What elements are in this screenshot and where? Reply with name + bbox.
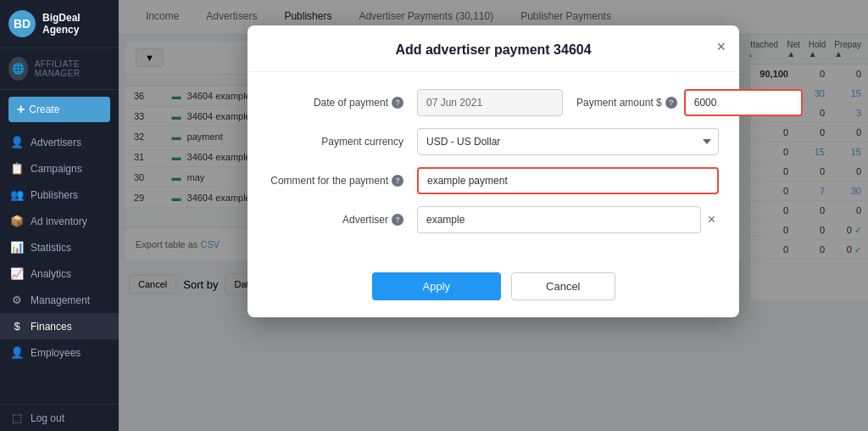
advertiser-input[interactable]: [417, 206, 701, 233]
logout-label: Log out: [31, 412, 64, 424]
sidebar: BD BigDealAgency 🌐 AFFILIATE MANAGER Cre…: [0, 0, 119, 431]
sidebar-item-label: Publishers: [31, 189, 78, 201]
campaigns-icon: 📋: [10, 162, 24, 175]
publishers-icon: 👥: [10, 188, 24, 201]
sidebar-logo: BD BigDealAgency: [0, 0, 119, 48]
amount-label: Payment amount $ ?: [576, 97, 677, 109]
finances-icon: $: [10, 320, 24, 333]
amount-input[interactable]: [684, 89, 803, 116]
user-role-label: AFFILIATE MANAGER: [35, 59, 110, 78]
sidebar-item-statistics[interactable]: 📊 Statistics: [0, 234, 119, 260]
sidebar-item-label: Employees: [31, 347, 81, 359]
sidebar-item-label: Ad inventory: [31, 216, 87, 227]
sidebar-item-label: Advertisers: [31, 137, 81, 148]
date-input[interactable]: [417, 89, 563, 116]
sidebar-item-publishers[interactable]: 👥 Publishers: [0, 182, 119, 208]
create-button[interactable]: Create: [8, 97, 110, 122]
modal-body: Date of payment ? Payment amount $ ?: [248, 72, 739, 262]
user-avatar: 🌐: [8, 57, 28, 81]
sidebar-item-employees[interactable]: 👤 Employees: [0, 339, 119, 366]
comment-input[interactable]: [417, 167, 719, 194]
modal-footer: Apply Cancel: [248, 262, 739, 317]
currency-field-group: Payment currency USD - US Dollar EUR - E…: [268, 128, 719, 155]
apply-button[interactable]: Apply: [372, 272, 502, 300]
advertiser-help-icon[interactable]: ?: [392, 214, 403, 226]
sidebar-item-campaigns[interactable]: 📋 Campaigns: [0, 155, 119, 182]
advertiser-input-row: ×: [417, 206, 719, 233]
advertiser-clear-button[interactable]: ×: [704, 212, 719, 227]
modal-title: Add advertiser payment 34604: [268, 42, 719, 58]
amount-help-icon[interactable]: ?: [665, 97, 677, 109]
sidebar-item-label: Campaigns: [31, 163, 82, 175]
ad-inventory-icon: 📦: [10, 215, 24, 227]
logo-icon: BD: [8, 10, 36, 37]
management-icon: ⚙: [10, 294, 24, 306]
comment-label: Comment for the payment ?: [268, 175, 403, 187]
comment-field-group: Comment for the payment ?: [268, 167, 719, 194]
sidebar-item-ad-inventory[interactable]: 📦 Ad inventory: [0, 208, 119, 234]
statistics-icon: 📊: [10, 241, 24, 254]
currency-select[interactable]: USD - US Dollar EUR - Euro GBP - British…: [417, 128, 719, 155]
sidebar-item-advertisers[interactable]: 👤 Advertisers: [0, 129, 119, 155]
logout-icon: ⬚: [10, 411, 24, 424]
advertisers-icon: 👤: [10, 136, 24, 148]
sidebar-item-label: Analytics: [31, 268, 71, 280]
modal-close-button[interactable]: ×: [716, 39, 726, 54]
sidebar-item-analytics[interactable]: 📈 Analytics: [0, 260, 119, 287]
date-help-icon[interactable]: ?: [392, 97, 403, 109]
sidebar-item-finances[interactable]: $ Finances: [0, 313, 119, 339]
currency-label: Payment currency: [268, 136, 403, 148]
logout-button[interactable]: ⬚ Log out: [0, 404, 119, 431]
analytics-icon: 📈: [10, 267, 24, 280]
amount-field-group: Payment amount $ ?: [576, 89, 803, 116]
main-area: Income Advertisers Publishers Advertiser…: [119, 0, 868, 431]
sidebar-nav: 👤 Advertisers 📋 Campaigns 👥 Publishers 📦…: [0, 129, 119, 404]
advertiser-label: Advertiser ?: [268, 214, 403, 226]
logo-text: BigDealAgency: [42, 12, 81, 36]
employees-icon: 👤: [10, 346, 24, 359]
advertiser-field-group: Advertiser ? ×: [268, 206, 719, 233]
add-payment-modal: Add advertiser payment 34604 × Date of p…: [248, 25, 739, 317]
date-amount-row: Date of payment ? Payment amount $ ?: [268, 89, 719, 116]
date-label: Date of payment ?: [268, 97, 403, 109]
comment-help-icon[interactable]: ?: [392, 175, 403, 187]
date-field-group: Date of payment ?: [268, 89, 563, 116]
modal-backdrop: Add advertiser payment 34604 × Date of p…: [119, 0, 868, 431]
sidebar-item-label: Finances: [31, 321, 72, 333]
sidebar-item-management[interactable]: ⚙ Management: [0, 287, 119, 313]
sidebar-user: 🌐 AFFILIATE MANAGER: [0, 48, 119, 90]
sidebar-item-label: Management: [31, 294, 90, 306]
modal-header: Add advertiser payment 34604 ×: [248, 25, 739, 72]
cancel-button[interactable]: Cancel: [511, 272, 615, 300]
sidebar-item-label: Statistics: [31, 242, 71, 254]
